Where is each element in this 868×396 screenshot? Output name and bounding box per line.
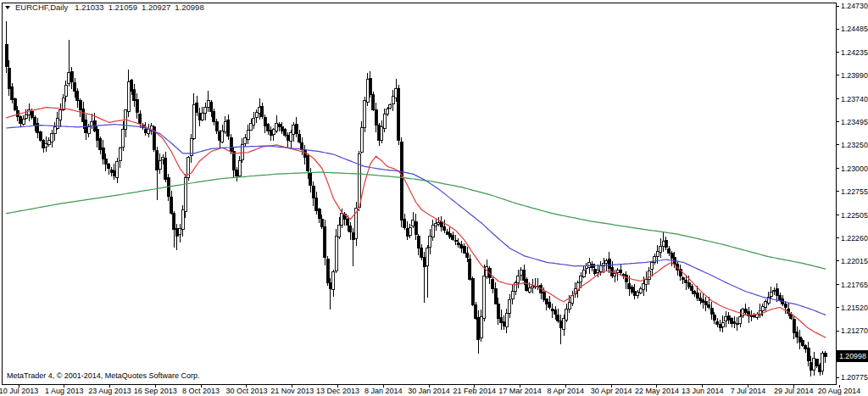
candle-body xyxy=(22,119,25,124)
metatrader-watermark: MetaTrader 4, © 2001-2014, MetaQuotes So… xyxy=(7,371,199,380)
candle-body xyxy=(750,315,753,316)
candle-body xyxy=(192,104,195,138)
collapse-quote-arrow-icon[interactable] xyxy=(5,6,10,9)
candle-body xyxy=(264,118,266,126)
candle-body xyxy=(369,79,371,95)
candle-body xyxy=(494,288,497,304)
candle-body xyxy=(554,310,557,314)
candle-body xyxy=(375,110,377,125)
candle-body xyxy=(392,97,394,104)
candle-body xyxy=(420,248,423,258)
candle-body xyxy=(156,151,159,170)
candle-body xyxy=(659,247,662,253)
candle-body xyxy=(91,121,93,125)
candle-body xyxy=(597,270,599,272)
symbol-timeframe-label: EURCHF,Daily xyxy=(15,3,68,12)
candle-body xyxy=(511,292,514,299)
candle-body xyxy=(110,170,113,172)
candle-body xyxy=(295,125,298,134)
candle-body xyxy=(56,119,58,129)
candle-body xyxy=(662,242,665,247)
chart-window: 1.247301.244851.242351.239901.237401.234… xyxy=(0,0,868,396)
candle-body xyxy=(244,137,247,143)
candle-body xyxy=(255,113,258,117)
price-axis[interactable] xyxy=(836,0,868,384)
candle-body xyxy=(181,209,184,229)
candle-body xyxy=(731,318,733,323)
candle-body xyxy=(810,363,812,371)
candle-body xyxy=(398,88,400,140)
candle-body xyxy=(96,130,98,140)
candle-body xyxy=(36,124,39,133)
candle-body xyxy=(412,220,415,226)
candle-body xyxy=(315,198,318,210)
candle-body xyxy=(431,225,434,237)
candle-body xyxy=(693,292,696,294)
candle-body xyxy=(471,279,474,305)
candle-body xyxy=(267,125,270,131)
candle-body xyxy=(230,137,232,151)
candle-body xyxy=(761,306,764,311)
candle-body xyxy=(463,247,465,253)
candle-body xyxy=(381,127,383,141)
candle-body xyxy=(113,170,115,176)
candle-body xyxy=(287,135,289,140)
candle-body xyxy=(139,114,142,123)
candle-body xyxy=(605,260,608,264)
candle-body xyxy=(45,144,47,147)
candle-body xyxy=(253,118,255,125)
candle-body xyxy=(483,276,486,318)
candle-body xyxy=(332,271,335,289)
candle-body xyxy=(776,289,778,295)
candle-body xyxy=(79,100,81,110)
candle-body xyxy=(62,98,64,109)
candle-body xyxy=(70,71,73,82)
candle-body xyxy=(34,117,36,125)
candle-body xyxy=(136,99,138,112)
candle-body xyxy=(435,224,437,226)
time-axis[interactable] xyxy=(0,384,868,396)
candle-body xyxy=(520,270,522,275)
candle-body xyxy=(389,104,392,109)
candle-body xyxy=(108,165,110,169)
candle-body xyxy=(469,259,471,280)
candle-body xyxy=(631,287,633,293)
chart-canvas[interactable]: 1.247301.244851.242351.239901.237401.234… xyxy=(0,0,868,396)
candle-body xyxy=(819,365,821,371)
quote-open: 1.21033 xyxy=(75,3,103,12)
candle-body xyxy=(429,237,431,247)
candle-body xyxy=(423,257,426,266)
candle-body xyxy=(5,44,8,67)
candle-body xyxy=(403,219,406,228)
candle-body xyxy=(492,280,494,289)
candle-body xyxy=(238,160,241,176)
candle-body xyxy=(736,323,738,324)
candle-body xyxy=(733,322,736,324)
candle-body xyxy=(702,300,704,303)
candle-body xyxy=(184,178,186,212)
candle-body xyxy=(324,226,326,257)
candle-body xyxy=(25,114,27,119)
candle-body xyxy=(19,117,22,124)
candle-body xyxy=(454,241,457,242)
candle-body xyxy=(364,101,366,128)
candle-body xyxy=(716,321,719,324)
candle-body xyxy=(437,223,440,225)
candle-body xyxy=(551,309,554,310)
candle-body xyxy=(531,286,534,288)
candle-body xyxy=(559,321,562,328)
candle-body xyxy=(173,214,175,230)
candle-body xyxy=(64,85,67,96)
candle-body xyxy=(406,228,409,236)
candle-body xyxy=(204,108,207,114)
candle-body xyxy=(338,225,341,237)
candle-body xyxy=(796,332,798,337)
candle-body xyxy=(426,248,429,266)
candle-body xyxy=(699,298,702,300)
candle-body xyxy=(725,317,727,321)
candle-body xyxy=(175,229,178,237)
candle-body xyxy=(563,319,565,330)
candle-body xyxy=(318,209,320,219)
candle-body xyxy=(687,282,690,287)
candle-body xyxy=(804,346,807,349)
